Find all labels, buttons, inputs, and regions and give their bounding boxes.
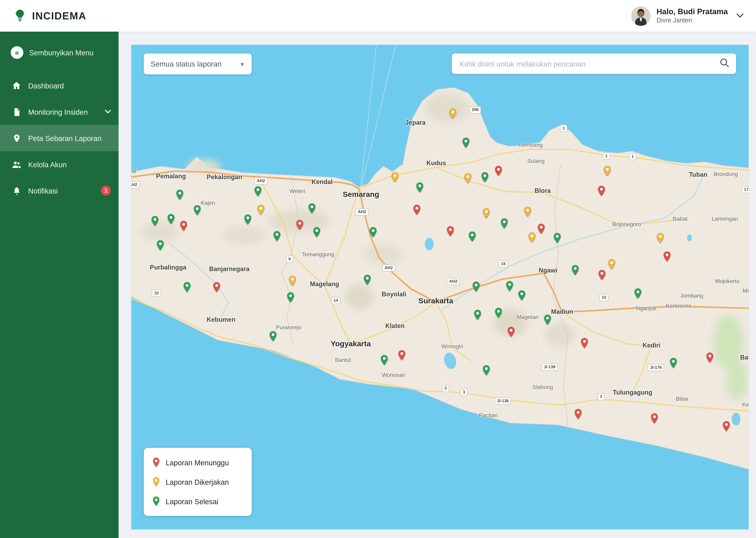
report-marker-green[interactable] <box>634 288 642 299</box>
report-marker-red[interactable] <box>650 413 658 424</box>
report-marker-red[interactable] <box>722 420 730 432</box>
report-marker-green[interactable] <box>151 215 159 227</box>
report-marker-green[interactable] <box>254 186 262 197</box>
report-marker-green[interactable] <box>544 314 551 325</box>
sidebar-item-label: Dashboard <box>28 81 64 90</box>
report-marker-red[interactable] <box>538 223 545 234</box>
caret-down-icon: ▼ <box>240 61 245 67</box>
report-marker-green[interactable] <box>483 365 490 376</box>
hide-menu-button[interactable]: « Sembunyikan Menu <box>0 31 118 72</box>
legend-label: Laporan Dikerjakan <box>166 478 229 486</box>
report-marker-green[interactable] <box>193 205 201 216</box>
report-marker-green[interactable] <box>244 214 252 225</box>
sidebar-item-label: Kelola Akun <box>28 160 67 169</box>
report-marker-green[interactable] <box>176 189 184 200</box>
report-marker-green[interactable] <box>468 231 476 242</box>
report-marker-yellow[interactable] <box>603 165 611 177</box>
report-marker-yellow[interactable] <box>528 232 536 243</box>
report-marker-green[interactable] <box>157 240 164 251</box>
report-marker-red[interactable] <box>598 269 606 281</box>
report-marker-green[interactable] <box>500 218 508 229</box>
report-marker-green[interactable] <box>474 309 481 320</box>
legend-item-yellow: Laporan Dikerjakan <box>144 472 252 492</box>
map-canvas[interactable]: alPemalangPekalonganKajenWeleriKendalSem… <box>131 45 749 529</box>
report-marker-yellow[interactable] <box>656 233 664 243</box>
report-marker-green[interactable] <box>308 203 316 214</box>
report-marker-green[interactable] <box>183 282 191 293</box>
report-marker-red[interactable] <box>398 350 406 361</box>
report-marker-green[interactable] <box>553 233 561 243</box>
report-marker-yellow[interactable] <box>257 204 265 215</box>
sidebar-item-notifikasi[interactable]: Notifikasi1 <box>0 178 118 204</box>
legend-pin-icon-red <box>153 457 160 468</box>
report-marker-green[interactable] <box>506 281 513 292</box>
report-marker-green[interactable] <box>369 227 377 238</box>
report-marker-red[interactable] <box>663 251 671 262</box>
report-marker-red[interactable] <box>296 219 304 231</box>
legend-item-red: Laporan Menunggu <box>144 453 252 472</box>
sidebar-item-kelola-akun[interactable]: Kelola Akun <box>0 151 118 178</box>
sidebar-item-dashboard[interactable]: Dashboard <box>0 73 118 99</box>
report-marker-red[interactable] <box>598 185 605 196</box>
main-content: alPemalangPekalonganKajenWeleriKendalSem… <box>118 31 756 538</box>
report-marker-red[interactable] <box>213 282 220 293</box>
report-marker-red[interactable] <box>447 226 454 237</box>
sidebar-item-label: Monitoring Insiden <box>28 108 88 116</box>
report-marker-yellow[interactable] <box>483 207 490 219</box>
sidebar-item-label: Peta Sebaran Laporan <box>28 134 102 142</box>
report-marker-yellow[interactable] <box>391 172 399 183</box>
sidebar-item-label: Notifikasi <box>28 187 58 195</box>
status-filter-dropdown[interactable]: Semua status laporan ▼ <box>144 53 252 74</box>
brand: INCIDEMA <box>13 9 86 23</box>
report-marker-red[interactable] <box>507 326 515 338</box>
report-marker-green[interactable] <box>269 331 277 342</box>
sidebar-item-monitoring-insiden[interactable]: Monitoring Insiden <box>0 99 118 125</box>
report-marker-green[interactable] <box>287 292 294 303</box>
report-marker-green[interactable] <box>571 264 579 276</box>
report-marker-yellow[interactable] <box>289 275 296 286</box>
report-marker-green[interactable] <box>670 357 677 369</box>
report-marker-red[interactable] <box>495 165 502 177</box>
users-icon <box>12 160 22 169</box>
report-marker-green[interactable] <box>313 227 321 238</box>
status-filter-value: Semua status laporan <box>151 60 221 68</box>
report-marker-red[interactable] <box>706 352 714 363</box>
brand-name: INCIDEMA <box>32 10 86 22</box>
legend-pin-icon-green <box>153 496 160 507</box>
search-input[interactable] <box>452 53 736 74</box>
brand-logo-icon <box>13 9 27 23</box>
pin-icon <box>12 133 22 143</box>
sidebar: « Sembunyikan Menu DashboardMonitoring I… <box>0 31 118 538</box>
report-marker-yellow[interactable] <box>608 259 615 270</box>
user-menu[interactable]: Halo, Budi Pratama Divre Janten <box>631 6 743 26</box>
sidebar-item-peta-sebaran-laporan[interactable]: Peta Sebaran Laporan <box>0 125 118 151</box>
report-marker-green[interactable] <box>495 307 502 319</box>
chevron-down-icon[interactable] <box>736 14 743 18</box>
app: INCIDEMA Halo, Budi Pratama Divre Janten <box>0 0 756 538</box>
report-marker-green[interactable] <box>363 274 371 286</box>
legend-item-green: Laporan Selesai <box>144 492 252 511</box>
report-marker-green[interactable] <box>481 172 489 183</box>
report-marker-red[interactable] <box>581 338 589 349</box>
report-marker-red[interactable] <box>413 204 421 215</box>
avatar <box>631 6 651 26</box>
collapse-icon: « <box>11 46 23 59</box>
report-marker-red[interactable] <box>574 408 582 420</box>
legend-label: Laporan Selesai <box>166 497 218 506</box>
report-marker-green[interactable] <box>273 231 281 242</box>
report-marker-green[interactable] <box>380 354 388 366</box>
report-marker-red[interactable] <box>180 220 187 232</box>
report-marker-green[interactable] <box>472 281 480 292</box>
report-marker-yellow[interactable] <box>449 108 456 119</box>
document-icon <box>12 107 22 117</box>
report-marker-green[interactable] <box>462 137 470 148</box>
user-role: Divre Janten <box>657 17 728 25</box>
report-marker-yellow[interactable] <box>524 206 532 217</box>
report-marker-green[interactable] <box>167 213 175 225</box>
report-marker-green[interactable] <box>416 182 424 193</box>
legend-label: Laporan Menunggu <box>166 458 229 466</box>
report-marker-green[interactable] <box>518 290 526 301</box>
report-marker-yellow[interactable] <box>464 173 472 184</box>
search-box <box>452 53 736 74</box>
user-text: Halo, Budi Pratama Divre Janten <box>657 7 728 25</box>
